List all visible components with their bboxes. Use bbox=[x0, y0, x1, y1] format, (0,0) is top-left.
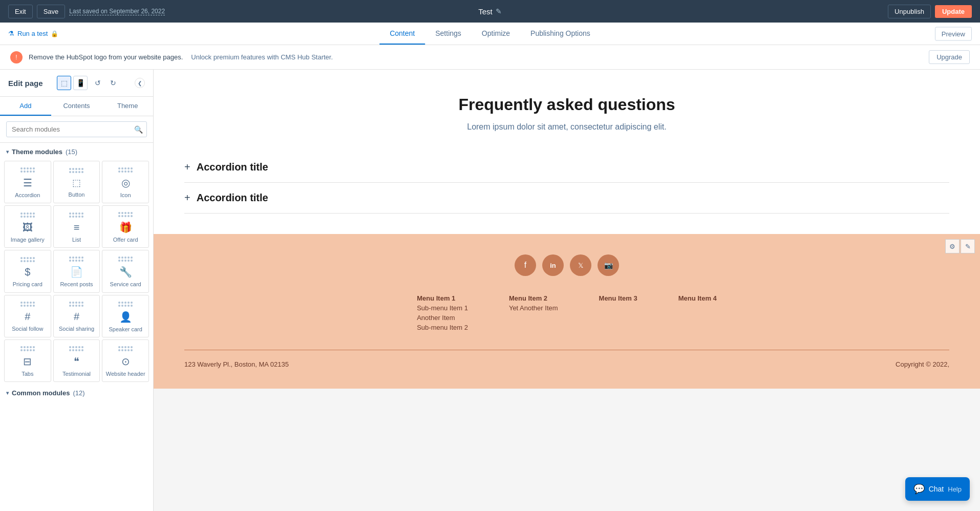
module-accordion[interactable]: ☰ Accordion bbox=[4, 161, 51, 203]
run-test-button[interactable]: ⚗ Run a test 🔒 bbox=[8, 30, 58, 37]
module-icon-dots bbox=[118, 167, 133, 173]
module-social-follow[interactable]: # Social follow bbox=[4, 295, 51, 337]
redo-button[interactable]: ↻ bbox=[106, 76, 120, 90]
module-social-sharing-dots bbox=[69, 302, 83, 307]
accordion-label: Accordion bbox=[15, 192, 40, 199]
tab-publishing-options[interactable]: Publishing Options bbox=[520, 23, 601, 45]
update-button[interactable]: Update bbox=[935, 5, 972, 18]
footer-section: ⚙ ✎ f in 𝕏 📷 Menu Item 1 Sub-menu Item 1… bbox=[154, 234, 980, 389]
testimonial-label: Testimonial bbox=[62, 371, 91, 377]
lock-icon: 🔒 bbox=[51, 30, 58, 37]
social-twitter[interactable]: 𝕏 bbox=[570, 254, 591, 276]
panel-tabs: Add Contents Theme bbox=[0, 97, 153, 116]
undo-button[interactable]: ↺ bbox=[91, 76, 105, 90]
panel-tab-theme[interactable]: Theme bbox=[102, 97, 153, 116]
list-icon: ≡ bbox=[74, 222, 80, 233]
nav-bar: ⚗ Run a test 🔒 Content Settings Optimize… bbox=[0, 23, 980, 45]
chat-widget[interactable]: 💬 Chat Help bbox=[905, 477, 970, 501]
icon-label: Icon bbox=[120, 192, 131, 199]
accordion-plus-icon-1: + bbox=[184, 161, 190, 173]
tab-optimize[interactable]: Optimize bbox=[472, 23, 520, 45]
module-website-header[interactable]: ⊙ Website header bbox=[102, 339, 149, 382]
offer-card-label: Offer card bbox=[113, 237, 138, 243]
footer-edit-icons: ⚙ ✎ bbox=[945, 239, 975, 253]
top-bar-center: Test ✎ bbox=[478, 7, 502, 16]
nav-tabs: Content Settings Optimize Publishing Opt… bbox=[379, 23, 601, 45]
save-button[interactable]: Save bbox=[37, 5, 66, 18]
upgrade-button[interactable]: Upgrade bbox=[929, 50, 970, 64]
list-label: List bbox=[72, 237, 81, 243]
footer-edit-icon[interactable]: ✎ bbox=[961, 239, 975, 253]
footer-copyright: Copyright © 2022, bbox=[896, 360, 949, 368]
common-modules-label: Common modules bbox=[12, 389, 70, 397]
footer-settings-icon[interactable]: ⚙ bbox=[945, 239, 960, 253]
help-label: Help bbox=[948, 485, 962, 493]
common-modules-header[interactable]: ▾ Common modules (12) bbox=[0, 384, 153, 400]
preview-button[interactable]: Preview bbox=[935, 27, 972, 40]
module-recent-posts[interactable]: 📄 Recent posts bbox=[53, 250, 100, 292]
footer-nav-col-2: Menu Item 2 Yet Another Item bbox=[509, 294, 558, 331]
notification-bar: ! Remove the HubSpot logo from your webs… bbox=[0, 45, 980, 70]
website-header-label: Website header bbox=[106, 371, 145, 377]
module-speaker-card[interactable]: 👤 Speaker card bbox=[102, 295, 149, 337]
module-tabs[interactable]: ⊟ Tabs bbox=[4, 339, 51, 382]
tabs-label: Tabs bbox=[22, 371, 33, 377]
panel-tab-add[interactable]: Add bbox=[0, 97, 51, 116]
module-service-card[interactable]: 🔧 Service card bbox=[102, 250, 149, 292]
footer-bottom: 123 Waverly Pl., Boston, MA 02135 Copyri… bbox=[184, 360, 949, 368]
tab-content[interactable]: Content bbox=[379, 23, 425, 45]
faq-section: Frequently asked questions Lorem ipsum d… bbox=[154, 70, 980, 234]
social-facebook[interactable]: f bbox=[515, 254, 536, 276]
tab-settings[interactable]: Settings bbox=[425, 23, 472, 45]
edit-page-icon[interactable]: ✎ bbox=[496, 7, 502, 15]
module-list[interactable]: ≡ List bbox=[53, 205, 100, 248]
module-pricing-card[interactable]: $ Pricing card bbox=[4, 250, 51, 292]
footer-nav-item[interactable]: Menu Item 1 bbox=[417, 294, 468, 302]
footer-nav-col-3: Menu Item 3 bbox=[599, 294, 637, 331]
left-panel: Edit page ⬚ 📱 ↺ ↻ ❮ Add Contents Theme bbox=[0, 70, 154, 511]
theme-modules-header[interactable]: ▾ Theme modules (15) bbox=[0, 143, 153, 159]
module-offer-card[interactable]: 🎁 Offer card bbox=[102, 205, 149, 248]
social-instagram[interactable]: 📷 bbox=[598, 254, 619, 276]
accordion-title-2: Accordion title bbox=[197, 192, 268, 204]
unpublish-button[interactable]: Unpublish bbox=[888, 5, 931, 18]
chat-label: Chat bbox=[929, 485, 944, 493]
main-layout: Edit page ⬚ 📱 ↺ ↻ ❮ Add Contents Theme bbox=[0, 70, 980, 511]
footer-nav: Menu Item 1 Sub-menu Item 1 Another Item… bbox=[184, 294, 949, 331]
module-button[interactable]: ⬚ Button bbox=[53, 161, 100, 203]
footer-nav-item[interactable]: Yet Another Item bbox=[509, 304, 558, 312]
exit-button[interactable]: Exit bbox=[8, 5, 33, 18]
speaker-card-icon: 👤 bbox=[119, 311, 132, 323]
module-list-dots bbox=[69, 212, 83, 218]
social-sharing-icon: # bbox=[74, 311, 79, 323]
tabs-icon: ⊟ bbox=[23, 355, 32, 368]
page-title-text: Test bbox=[478, 7, 493, 16]
social-follow-icon: # bbox=[25, 311, 30, 323]
website-header-icon: ⊙ bbox=[121, 355, 130, 368]
footer-nav-item[interactable]: Menu Item 4 bbox=[678, 294, 717, 302]
search-input[interactable] bbox=[6, 121, 147, 137]
social-linkedin[interactable]: in bbox=[542, 254, 564, 276]
module-social-sharing[interactable]: # Social sharing bbox=[53, 295, 100, 337]
panel-collapse-button[interactable]: ❮ bbox=[135, 78, 145, 88]
footer-nav-item[interactable]: Menu Item 3 bbox=[599, 294, 637, 302]
mobile-view-button[interactable]: 📱 bbox=[73, 76, 88, 90]
desktop-view-button[interactable]: ⬚ bbox=[57, 76, 71, 90]
footer-nav-col-4: Menu Item 4 bbox=[678, 294, 717, 331]
search-input-wrap: 🔍 bbox=[6, 121, 147, 137]
recent-posts-icon: 📄 bbox=[70, 266, 83, 278]
notification-subtext: Unlock premium features with CMS Hub Sta… bbox=[191, 53, 333, 61]
module-icon[interactable]: ◎ Icon bbox=[102, 161, 149, 203]
pricing-card-icon: $ bbox=[25, 266, 30, 278]
footer-nav-item[interactable]: Sub-menu Item 1 bbox=[417, 304, 468, 312]
footer-nav-item[interactable]: Another Item bbox=[417, 314, 468, 322]
footer-nav-item[interactable]: Sub-menu Item 2 bbox=[417, 324, 468, 331]
accordion-item-2[interactable]: + Accordion title bbox=[184, 183, 949, 214]
accordion-item-1[interactable]: + Accordion title bbox=[184, 152, 949, 183]
module-offer-card-dots bbox=[118, 212, 133, 217]
module-image-gallery[interactable]: 🖼 Image gallery bbox=[4, 205, 51, 248]
panel-tab-contents[interactable]: Contents bbox=[51, 97, 102, 116]
module-testimonial[interactable]: ❝ Testimonial bbox=[53, 339, 100, 382]
footer-nav-item[interactable]: Menu Item 2 bbox=[509, 294, 558, 302]
footer-address: 123 Waverly Pl., Boston, MA 02135 bbox=[184, 360, 289, 368]
